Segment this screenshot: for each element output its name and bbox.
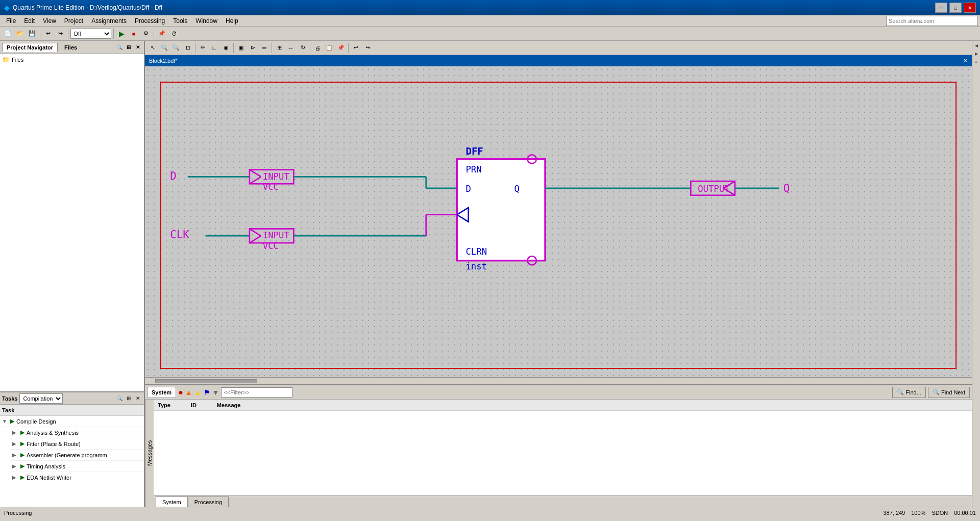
menu-assignments[interactable]: Assignments: [87, 16, 131, 26]
svg-text:OUTPUT: OUTPUT: [698, 184, 729, 194]
schematic-toolbar: ↖ 🔍 🔍 ⊡ ✏ ∟ ◉ ▣ ⊳ ═ ⊞ ↔ ↻ 🖨 📋 📌 ↩ ↪: [145, 41, 972, 55]
sc-wire-btn[interactable]: ∟: [209, 42, 220, 54]
tasks-close-icon[interactable]: ✕: [134, 394, 142, 403]
minimize-button[interactable]: ─: [935, 3, 947, 13]
nav-close-icon[interactable]: ✕: [134, 43, 142, 52]
schematic-title: Block2.bdf*: [149, 58, 178, 64]
sc-zoom-in-btn[interactable]: 🔍: [159, 42, 170, 54]
search-input[interactable]: [886, 16, 978, 26]
sc-select-btn[interactable]: ↖: [147, 42, 158, 54]
h-scroll-thumb[interactable]: [155, 379, 257, 383]
maximize-button[interactable]: □: [949, 3, 962, 13]
prn-label: PRN: [465, 164, 481, 175]
tasks-search-icon[interactable]: 🔍: [115, 394, 124, 403]
menu-view[interactable]: View: [39, 16, 60, 26]
side-icon-2[interactable]: ▶: [973, 50, 980, 57]
timing-button[interactable]: ⏱: [168, 28, 180, 39]
processing-tab[interactable]: Processing: [188, 497, 229, 507]
title-bar: ◆ Quartus Prime Lite Edition - D:/Verilo…: [0, 0, 980, 15]
menu-processing[interactable]: Processing: [131, 16, 169, 26]
task-eda[interactable]: ▶ ▶ EDA Netlist Writer: [10, 472, 144, 483]
files-label: Files: [12, 57, 23, 63]
search-bar: [886, 16, 978, 26]
menu-window[interactable]: Window: [191, 16, 222, 26]
fitter-expand-icon[interactable]: ▶: [12, 441, 18, 446]
nav-tab-files[interactable]: Files: [60, 43, 82, 52]
sc-redo-btn[interactable]: ↪: [362, 42, 373, 54]
task-timing[interactable]: ▶ ▶ Timing Analysis: [10, 461, 144, 472]
save-button[interactable]: 💾: [27, 28, 38, 39]
task-fitter[interactable]: ▶ ▶ Fitter (Place & Route): [10, 438, 144, 450]
eda-play-icon: ▶: [20, 474, 24, 481]
analysis-play-icon: ▶: [20, 429, 24, 436]
pin-planner-button[interactable]: 📌: [156, 28, 167, 39]
design-combo[interactable]: Dff: [70, 29, 111, 39]
files-folder[interactable]: 📁 Files: [2, 56, 142, 63]
sc-align-btn[interactable]: ⊞: [274, 42, 285, 54]
eda-expand-icon[interactable]: ▶: [12, 475, 18, 480]
sc-undo-btn[interactable]: ↩: [350, 42, 361, 54]
sc-bus-btn[interactable]: ═: [259, 42, 270, 54]
menu-project[interactable]: Project: [60, 16, 87, 26]
warning-icon: ▲: [185, 388, 192, 396]
find-next-button[interactable]: 🔍 Find Next: [928, 387, 970, 398]
assembler-expand-icon[interactable]: ▶: [12, 452, 18, 458]
svg-line-11: [250, 229, 261, 236]
d-input-label: D: [170, 170, 176, 182]
new-button[interactable]: 📄: [2, 28, 13, 39]
processing-status: Processing: [4, 510, 32, 516]
nav-search-icon[interactable]: 🔍: [115, 43, 124, 52]
redo-button[interactable]: ↪: [55, 28, 66, 39]
sc-symbol-btn[interactable]: ▣: [235, 42, 247, 54]
menu-tools[interactable]: Tools: [169, 16, 191, 26]
system-tab[interactable]: System: [156, 497, 188, 507]
all-tab-button[interactable]: System: [147, 387, 176, 398]
close-button[interactable]: ✕: [964, 3, 976, 13]
compile-expand-icon[interactable]: ▼: [2, 418, 8, 424]
sc-copy-btn[interactable]: 📋: [324, 42, 335, 54]
sc-port-btn[interactable]: ⊳: [247, 42, 258, 54]
tasks-label: Tasks: [2, 395, 17, 402]
sc-zoom-out-btn[interactable]: 🔍: [170, 42, 182, 54]
time-display: 00:00:01: [954, 510, 976, 516]
nav-expand-icon[interactable]: ⊞: [125, 43, 133, 52]
sc-fit-btn[interactable]: ⊡: [182, 42, 193, 54]
analysis-expand-icon[interactable]: ▶: [12, 430, 18, 435]
schematic-close-btn[interactable]: ✕: [963, 58, 968, 64]
side-icon-3[interactable]: ≡: [973, 58, 980, 65]
menu-help[interactable]: Help: [222, 16, 242, 26]
sc-sep4: [310, 43, 310, 53]
undo-button[interactable]: ↩: [42, 28, 54, 39]
svg-line-3: [250, 177, 261, 184]
sc-draw-btn[interactable]: ✏: [197, 42, 208, 54]
task-timing-label: ▶ ▶ Timing Analysis: [12, 463, 142, 469]
menu-file[interactable]: File: [2, 16, 20, 26]
sc-rotate-btn[interactable]: ↻: [297, 42, 308, 54]
find-button[interactable]: 🔍 Find...: [892, 387, 926, 398]
compile-button[interactable]: ▶: [116, 28, 127, 39]
open-button[interactable]: 📂: [14, 28, 26, 39]
sc-flip-btn[interactable]: ↔: [285, 42, 297, 54]
sc-paste-btn[interactable]: 📌: [335, 42, 347, 54]
task-analysis[interactable]: ▶ ▶ Analysis & Synthesis: [10, 427, 144, 438]
menu-edit[interactable]: Edit: [20, 16, 39, 26]
schematic-canvas[interactable]: D INPUT VCC: [145, 66, 972, 384]
tasks-expand-icon[interactable]: ⊞: [125, 394, 133, 403]
sc-print-btn[interactable]: 🖨: [312, 42, 323, 54]
task-compile-design[interactable]: ▼ ▶ Compile Design: [0, 416, 144, 427]
task-assembler[interactable]: ▶ ▶ Assembler (Generate programm: [10, 450, 144, 461]
nav-tab-project[interactable]: Project Navigator: [2, 43, 58, 52]
tasks-combo[interactable]: Compilation: [19, 393, 63, 404]
side-icon-1[interactable]: ◀: [973, 42, 980, 49]
filter-input[interactable]: [221, 387, 292, 398]
h-scrollbar[interactable]: [145, 377, 972, 384]
sc-node-btn[interactable]: ◉: [220, 42, 232, 54]
bottom-main: Messages Type ID Message System Processi…: [145, 400, 972, 507]
task-eda-label: ▶ ▶ EDA Netlist Writer: [12, 474, 142, 481]
rtl-view-button[interactable]: ⚙: [140, 28, 152, 39]
title-bar-left: ◆ Quartus Prime Lite Edition - D:/Verilo…: [4, 4, 162, 12]
stop-button[interactable]: ■: [128, 28, 139, 39]
q-output-label: Q: [783, 182, 790, 194]
timing-expand-icon[interactable]: ▶: [12, 463, 18, 469]
sc-sep2: [233, 43, 234, 53]
